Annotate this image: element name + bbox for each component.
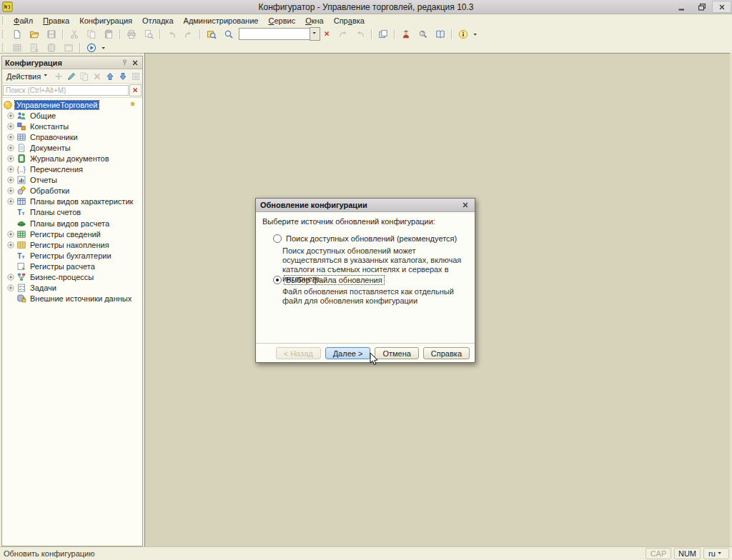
toolbar-search-input[interactable] bbox=[239, 28, 310, 40]
info-button[interactable] bbox=[455, 26, 472, 41]
tree-item[interactable]: Внешние источники данных bbox=[2, 294, 142, 304]
print-preview-button[interactable] bbox=[140, 26, 157, 41]
show-in-tree-button[interactable] bbox=[375, 26, 392, 41]
combo-dropdown-icon[interactable] bbox=[310, 27, 320, 41]
radio-option[interactable]: Выбор файла обновления bbox=[273, 276, 384, 284]
syntax-check-button[interactable] bbox=[397, 26, 415, 41]
ru-indicator[interactable]: ru bbox=[703, 548, 729, 559]
zoom-button[interactable] bbox=[220, 26, 237, 41]
radio-option[interactable]: Поиск доступных обновлений (рекомендуетс… bbox=[273, 234, 458, 243]
copy-button[interactable] bbox=[83, 26, 100, 41]
expand-plus-icon[interactable] bbox=[5, 134, 16, 141]
cancel-button[interactable]: Отмена bbox=[375, 347, 418, 359]
find-prev-button[interactable] bbox=[352, 26, 369, 41]
menu-item[interactable]: Справка bbox=[329, 16, 370, 26]
move-up-button[interactable] bbox=[104, 71, 117, 82]
menu-item[interactable]: Файл bbox=[9, 16, 38, 26]
help-button[interactable]: Справка bbox=[423, 347, 470, 359]
tree-item[interactable]: Общие bbox=[2, 110, 142, 121]
expand-plus-icon[interactable] bbox=[5, 231, 16, 238]
expand-plus-icon[interactable] bbox=[5, 187, 16, 194]
syntax-help-button[interactable] bbox=[432, 26, 449, 41]
tree-item[interactable]: TтРегистры бухгалтерии bbox=[2, 250, 142, 261]
minimize-button[interactable] bbox=[672, 1, 691, 13]
dialog-title-bar[interactable]: Обновление конфигурации bbox=[256, 199, 475, 212]
save-button[interactable] bbox=[43, 26, 60, 41]
global-search-button[interactable] bbox=[203, 26, 220, 41]
menu-item[interactable]: Конфигурация bbox=[74, 16, 137, 26]
expand-plus-icon[interactable] bbox=[5, 155, 16, 162]
print-button[interactable] bbox=[123, 26, 140, 41]
tree-item[interactable]: Регистры расчета bbox=[2, 261, 142, 271]
dialog-button-row: < НазадДалее >ОтменаСправка bbox=[276, 347, 470, 359]
menu-item[interactable]: Администрирование bbox=[179, 16, 264, 26]
next-button[interactable]: Далее > bbox=[325, 347, 371, 359]
open-button[interactable] bbox=[26, 26, 43, 41]
menu-item[interactable]: Окна bbox=[300, 16, 329, 26]
tree-item[interactable]: УправлениеТорговлей bbox=[2, 99, 142, 110]
undo-button[interactable] bbox=[163, 26, 180, 41]
expand-plus-icon[interactable] bbox=[5, 176, 16, 184]
tree-item[interactable]: Документы bbox=[2, 142, 142, 153]
tree-item[interactable]: TтПланы счетов bbox=[2, 207, 142, 218]
paste-button[interactable] bbox=[100, 26, 117, 41]
expand-plus-icon[interactable] bbox=[5, 198, 16, 205]
tree-item[interactable]: Отчеты bbox=[2, 175, 142, 186]
panel-close-icon[interactable] bbox=[131, 59, 139, 67]
cut-button[interactable] bbox=[66, 26, 83, 41]
cap-indicator[interactable]: CAP bbox=[646, 548, 671, 559]
tree-item[interactable]: Регистры накопления bbox=[2, 239, 142, 250]
tree-item[interactable]: Константы bbox=[2, 121, 142, 131]
dialog-close-icon[interactable] bbox=[460, 200, 470, 210]
search-clear-icon[interactable] bbox=[129, 84, 142, 96]
num-indicator[interactable]: NUM bbox=[674, 548, 701, 559]
account-plans-icon: Tт bbox=[16, 207, 26, 217]
expand-plus-icon[interactable] bbox=[5, 123, 16, 130]
svg-text:т: т bbox=[21, 210, 24, 216]
radio-icon[interactable] bbox=[273, 276, 282, 284]
tree-item[interactable]: Журналы документов bbox=[2, 153, 142, 164]
close-button[interactable] bbox=[712, 1, 731, 13]
tree-item[interactable]: Регистры сведений bbox=[2, 229, 142, 239]
expand-plus-icon[interactable] bbox=[5, 166, 16, 173]
move-down-button[interactable] bbox=[117, 71, 129, 82]
radio-icon[interactable] bbox=[273, 234, 282, 243]
pin-icon[interactable] bbox=[121, 59, 129, 66]
dialog-title: Обновление конфигурации bbox=[260, 201, 367, 209]
menubar-grip bbox=[2, 16, 6, 24]
menu-item[interactable]: Правка bbox=[38, 16, 74, 26]
tree-item[interactable]: Планы видов характеристик bbox=[2, 196, 142, 207]
menu-item[interactable]: Отладка bbox=[137, 16, 178, 26]
tree-item[interactable]: Обработки bbox=[2, 186, 142, 196]
expand-plus-icon[interactable] bbox=[5, 274, 16, 281]
tree-item-label: Бизнес-процессы bbox=[29, 273, 95, 281]
tree-item[interactable]: Задачи bbox=[2, 283, 142, 294]
redo-button[interactable] bbox=[180, 26, 197, 41]
tree-item[interactable]: Справочники bbox=[2, 131, 142, 142]
combo-clear-icon[interactable] bbox=[322, 28, 333, 40]
tree-item[interactable]: Бизнес-процессы bbox=[2, 272, 142, 283]
actions-menu-button[interactable]: Действия bbox=[4, 72, 52, 81]
tree-item[interactable]: {..}Перечисления bbox=[2, 164, 142, 175]
tree-search-input[interactable] bbox=[3, 85, 129, 96]
find-next-button[interactable] bbox=[335, 26, 352, 41]
delete-button[interactable] bbox=[91, 71, 104, 82]
tree-item[interactable]: Планы видов расчета bbox=[2, 218, 142, 229]
context-help-button[interactable]: ? bbox=[415, 26, 432, 41]
copy-item-button[interactable] bbox=[78, 71, 91, 82]
restore-button[interactable] bbox=[692, 1, 711, 13]
toolbar-configuration bbox=[0, 41, 732, 54]
expand-plus-icon[interactable] bbox=[5, 112, 16, 119]
expand-plus-icon[interactable] bbox=[5, 284, 16, 291]
new-document-button[interactable] bbox=[9, 26, 26, 41]
menu-item[interactable]: Сервис bbox=[263, 16, 300, 26]
app-icon[interactable] bbox=[2, 1, 13, 12]
sort-button[interactable] bbox=[129, 71, 142, 82]
expand-plus-icon[interactable] bbox=[5, 144, 16, 151]
add-button[interactable] bbox=[52, 71, 65, 82]
panel-header[interactable]: Конфигурация bbox=[2, 56, 142, 69]
toolbar-dropdown-caret[interactable] bbox=[472, 29, 480, 41]
title-bar: Конфигуратор - Управление торговлей, ред… bbox=[0, 0, 732, 14]
expand-plus-icon[interactable] bbox=[5, 241, 16, 249]
edit-button[interactable] bbox=[65, 71, 78, 82]
